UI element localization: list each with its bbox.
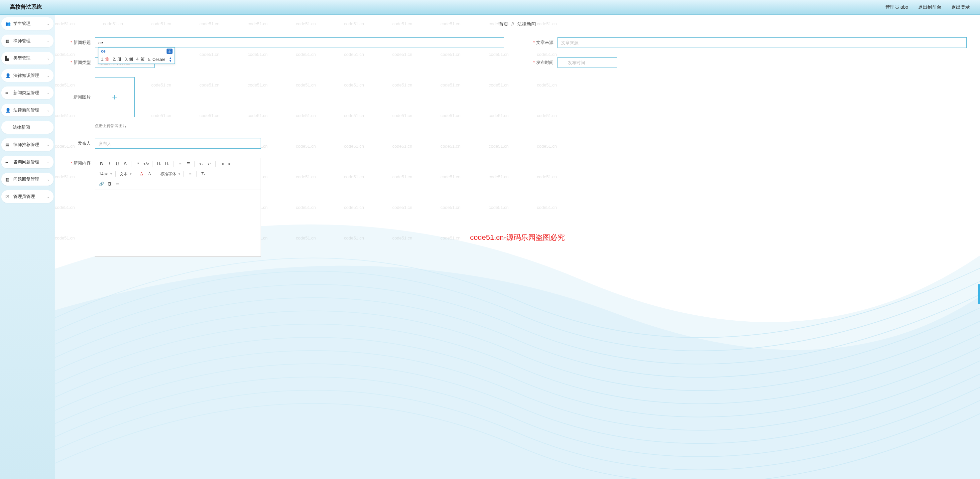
sidebar-item[interactable]: ▪▪咨询问题管理⌄ (1, 156, 54, 168)
label-publisher: 发布人 (68, 138, 95, 149)
label-image: 新闻图片 (68, 77, 95, 117)
chevron-down-icon: ⌄ (47, 74, 49, 78)
main-content: code51.cncode51.cncode51.cncode51.cncode… (55, 14, 980, 479)
chevron-down-icon: ⌄ (47, 178, 49, 181)
ime-page-arrows[interactable]: ▲▼ (169, 57, 172, 62)
breadcrumb-current: 法律新闻 (517, 21, 536, 27)
sup-icon[interactable]: x² (205, 160, 213, 168)
note-icon: ▥ (5, 177, 10, 182)
sidebar-item[interactable]: ☑管理员管理⌄ (1, 190, 54, 203)
clear-format-icon[interactable]: Tₓ (199, 170, 207, 178)
indent-icon[interactable]: ⇥ (218, 160, 226, 168)
sidebar-item[interactable]: 👥学生管理⌄ (1, 17, 54, 30)
person-icon: 👤 (5, 108, 10, 112)
image-icon[interactable]: 🖼 (106, 180, 113, 188)
form: 新闻标题 ce 王 1. 测2. 册3. 侧4. 策5. Cesare▲▼ (68, 37, 967, 257)
input-source[interactable] (557, 37, 967, 48)
upload-image-box[interactable]: + (95, 77, 135, 117)
input-news-title[interactable] (95, 37, 504, 48)
ime-candidate[interactable]: 5. Cesare (148, 57, 165, 62)
breadcrumb-sep: // (512, 21, 514, 27)
sidebar-item-label: 律师推荐管理 (13, 142, 39, 148)
underline-icon[interactable]: U (114, 160, 121, 168)
sidebar-item-label: 咨询问题管理 (13, 159, 39, 165)
to-front-link[interactable]: 退出到前台 (918, 4, 942, 10)
align-icon[interactable]: ≡ (186, 170, 194, 178)
ime-badge-icon: 王 (167, 49, 173, 54)
sidebar-item-label: 学生管理 (13, 21, 30, 27)
label-source: 文章来源 (531, 37, 557, 48)
grid-icon: ▦ (5, 38, 10, 43)
ime-popup: ce 王 1. 测2. 册3. 侧4. 策5. Cesare▲▼ (98, 47, 175, 64)
sidebar-item[interactable]: ▪▪新闻类型管理⌄ (1, 86, 54, 99)
strike-icon[interactable]: S (122, 160, 129, 168)
sidebar-item-label: 类型管理 (13, 55, 30, 61)
sidebar: 👥学生管理⌄▦律师管理⌄▙类型管理⌄👤法律知识管理⌄▪▪新闻类型管理⌄👤法律新闻… (0, 14, 55, 479)
plus-icon: + (112, 92, 117, 102)
video-icon[interactable]: ▭ (114, 180, 121, 188)
row-source: 文章来源 (531, 37, 967, 48)
std-font-select[interactable]: 标准字体 (159, 170, 181, 178)
label-publish-time: 发布时间 (531, 57, 557, 68)
sidebar-item[interactable]: 👤法律知识管理⌄ (1, 69, 54, 82)
sidebar-item[interactable]: ▥问题回复管理⌄ (1, 173, 54, 185)
label-type: 新闻类型 (68, 57, 95, 68)
sidebar-item[interactable]: ▤律师推荐管理⌄ (1, 138, 54, 151)
input-publish-time[interactable] (557, 57, 617, 68)
row-publish-time: 发布时间 📅 (531, 57, 967, 68)
chevron-down-icon: ⌄ (47, 143, 49, 147)
sidebar-subitem[interactable]: 法律新闻 (1, 121, 54, 134)
sidebar-item-label: 律师管理 (13, 38, 30, 44)
ime-candidate[interactable]: 2. 册 (113, 57, 121, 62)
users-icon: 👥 (5, 21, 10, 26)
ol-icon[interactable]: ≡ (177, 160, 184, 168)
h2-icon[interactable]: H₂ (164, 160, 171, 168)
quote-icon[interactable]: ❝ (135, 160, 142, 168)
label-news-title: 新闻标题 (68, 37, 95, 48)
chevron-down-icon: ⌄ (47, 57, 49, 60)
upload-hint: 点击上传新闻图片 (95, 123, 967, 129)
logout-link[interactable]: 退出登录 (951, 4, 970, 10)
book-icon: ▤ (5, 142, 10, 147)
link-icon[interactable]: 🔗 (98, 180, 105, 188)
text-color-icon[interactable]: A (138, 170, 145, 178)
outdent-icon[interactable]: ⇤ (226, 160, 234, 168)
italic-icon[interactable]: I (106, 160, 113, 168)
input-publisher[interactable] (95, 138, 261, 149)
app-title: 高校普法系统 (10, 4, 42, 11)
ul-icon[interactable]: ☰ (185, 160, 192, 168)
sidebar-item-label: 法律知识管理 (13, 72, 39, 78)
row-news-title: 新闻标题 ce 王 1. 测2. 册3. 侧4. 策5. Cesare▲▼ (68, 37, 504, 48)
editor-toolbar: B I U S ❝ </> H₁ H₂ (95, 158, 261, 190)
row-publisher: 发布人 (68, 138, 967, 149)
sub-icon[interactable]: x₂ (197, 160, 205, 168)
breadcrumb: 首页 // 法律新闻 (68, 21, 967, 27)
chevron-down-icon: ⌄ (47, 160, 49, 164)
font-size-select[interactable]: 14px (98, 170, 113, 178)
bars-icon: ▙ (5, 56, 10, 61)
sidebar-item[interactable]: 👤法律新闻管理⌄ (1, 104, 54, 117)
row-content: 新闻内容 B I U S ❝ </ (68, 158, 967, 257)
bg-color-icon[interactable]: A (146, 170, 153, 178)
code-icon[interactable]: </> (143, 160, 150, 168)
h1-icon[interactable]: H₁ (156, 160, 163, 168)
breadcrumb-home[interactable]: 首页 (499, 21, 508, 27)
check-icon: ☑ (5, 194, 10, 199)
sidebar-item[interactable]: ▦律师管理⌄ (1, 35, 54, 47)
sidebar-item-label: 法律新闻管理 (13, 107, 39, 113)
scrollbar-thumb[interactable] (978, 284, 980, 304)
ime-candidate[interactable]: 3. 侧 (125, 57, 133, 62)
row-image: 新闻图片 + 点击上传新闻图片 (68, 77, 967, 129)
editor-body[interactable] (95, 190, 261, 257)
user-label[interactable]: 管理员 abo (885, 4, 908, 10)
person-icon: 👤 (5, 73, 10, 78)
label-content: 新闻内容 (68, 158, 95, 169)
ime-candidate[interactable]: 1. 测 (101, 57, 109, 62)
grid4-icon: ▪▪ (5, 160, 10, 164)
block-type-select[interactable]: 文本 (118, 170, 132, 178)
bold-icon[interactable]: B (98, 160, 105, 168)
sidebar-item[interactable]: ▙类型管理⌄ (1, 52, 54, 64)
chevron-down-icon: ⌄ (47, 195, 49, 199)
rich-text-editor: B I U S ❝ </> H₁ H₂ (95, 158, 261, 257)
ime-candidate[interactable]: 4. 策 (136, 57, 145, 62)
